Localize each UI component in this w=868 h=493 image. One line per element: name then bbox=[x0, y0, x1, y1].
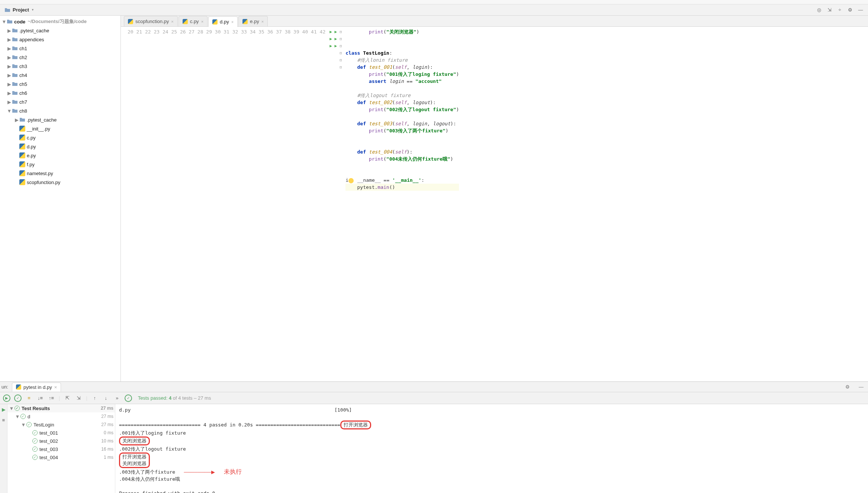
python-icon bbox=[212, 19, 218, 25]
tree-file[interactable]: f.py bbox=[0, 160, 120, 169]
test-results-header[interactable]: ▼✓Test Results27 ms bbox=[7, 404, 115, 412]
editor-tab[interactable]: c.py× bbox=[179, 16, 208, 26]
next-icon[interactable]: ↓ bbox=[102, 394, 110, 402]
tree-dir[interactable]: ▶ch3 bbox=[0, 62, 120, 71]
test-node[interactable]: ✓test_0041 ms bbox=[7, 453, 115, 461]
close-icon[interactable]: × bbox=[201, 19, 203, 24]
test-toolbar: ▶ ✓ ≡ ↓≡ ↑≡ | ⇱ ⇲ | ↑ ↓ » ✓ Tests passed… bbox=[0, 392, 868, 404]
stop-icon[interactable]: ■ bbox=[0, 416, 7, 423]
test-results-tree[interactable]: ▼✓Test Results27 ms▼✓d27 ms▼✓TestLogin27… bbox=[7, 404, 115, 493]
tree-dir[interactable]: ▶ch1 bbox=[0, 44, 120, 53]
tree-dir[interactable]: ▶ch4 bbox=[0, 71, 120, 80]
tree-dir[interactable]: ▶ch6 bbox=[0, 88, 120, 97]
tree-dir[interactable]: ▶ch2 bbox=[0, 53, 120, 62]
collapse-icon[interactable]: ÷ bbox=[837, 7, 843, 13]
close-icon[interactable]: × bbox=[54, 384, 57, 390]
minimize-icon[interactable]: — bbox=[858, 7, 864, 13]
tree-dir[interactable]: ▶appendices bbox=[0, 35, 120, 44]
expand-icon[interactable]: ⇲ bbox=[826, 7, 832, 13]
collapse-all-icon[interactable]: ⇲ bbox=[75, 394, 82, 402]
rerun-button[interactable]: ▶ bbox=[3, 394, 10, 402]
editor-tab[interactable]: d.py× bbox=[208, 16, 238, 27]
editor-tab[interactable]: e.py× bbox=[238, 16, 268, 26]
sort-desc-icon[interactable]: ↑≡ bbox=[48, 394, 55, 402]
project-label: Project bbox=[13, 7, 29, 13]
chevron-down-icon: ▼ bbox=[31, 8, 34, 12]
run-side-toolbar: ▶ ■ bbox=[0, 404, 7, 493]
tree-file[interactable]: e.py bbox=[0, 151, 120, 160]
python-icon bbox=[183, 19, 188, 24]
more-icon[interactable]: » bbox=[113, 394, 121, 402]
folder-icon bbox=[4, 7, 10, 13]
line-number-gutter: 20 21 22 23 24 25 26 27 28 29 30 31 32 3… bbox=[121, 27, 329, 381]
tree-file[interactable]: scopfunction.py bbox=[0, 178, 120, 187]
tests-status: Tests passed: 4 of 4 tests – 27 ms bbox=[138, 395, 211, 401]
test-node[interactable]: ▼✓TestLogin27 ms bbox=[7, 420, 115, 429]
tab-label: c.py bbox=[190, 19, 199, 24]
editor-tabs: scopfunction.py×c.py×d.py×e.py× bbox=[121, 16, 868, 27]
gear-icon[interactable]: ⚙ bbox=[847, 7, 853, 13]
tree-file[interactable]: c.py bbox=[0, 133, 120, 142]
target-icon[interactable]: ◎ bbox=[816, 7, 822, 13]
test-node[interactable]: ✓test_0010 ms bbox=[7, 429, 115, 437]
console-output[interactable]: d.py [100%] ============================… bbox=[115, 404, 868, 493]
tree-file[interactable]: d.py bbox=[0, 142, 120, 151]
code-content[interactable]: print("关闭浏览器") class TestLogin: #传入lonin… bbox=[344, 27, 459, 381]
status-icon: ✓ bbox=[125, 394, 132, 402]
code-editor[interactable]: 20 21 22 23 24 25 26 27 28 29 30 31 32 3… bbox=[121, 27, 868, 381]
project-tree[interactable]: ▼code~/Documents/习题集/code▶.pytest_cache▶… bbox=[0, 16, 121, 381]
test-node[interactable]: ✓test_00210 ms bbox=[7, 437, 115, 445]
run-tab-label: pytest in d.py bbox=[23, 384, 52, 390]
tree-dir-ch8[interactable]: ▼ch8 bbox=[0, 106, 120, 115]
minimize-icon[interactable]: — bbox=[854, 384, 868, 390]
breadcrumb-bar bbox=[0, 0, 868, 4]
project-toolbar: Project ▼ ◎ ⇲ ÷ ⚙ — bbox=[0, 4, 868, 16]
fold-gutter[interactable]: ⊟ ⊟ ⊟ ⊟ ⊟ ⊟ bbox=[337, 27, 344, 381]
close-icon[interactable]: × bbox=[261, 19, 264, 24]
tree-file[interactable]: nametest.py bbox=[0, 169, 120, 178]
test-node[interactable]: ▼✓d27 ms bbox=[7, 412, 115, 420]
tree-dir[interactable]: ▶.pytest_cache bbox=[0, 26, 120, 35]
close-icon[interactable]: × bbox=[231, 20, 234, 24]
expand-all-icon[interactable]: ⇱ bbox=[64, 394, 71, 402]
tree-file[interactable]: __init__.py bbox=[0, 124, 120, 133]
tree-dir[interactable]: ▶ch7 bbox=[0, 97, 120, 106]
project-selector[interactable]: Project ▼ bbox=[0, 4, 39, 15]
tree-root[interactable]: ▼code~/Documents/习题集/code bbox=[0, 17, 120, 26]
python-icon bbox=[242, 19, 248, 24]
tab-label: scopfunction.py bbox=[135, 19, 169, 24]
run-panel: un: pytest in d.py × ⚙ — ▶ ✓ ≡ ↓≡ ↑≡ | ⇱… bbox=[0, 381, 868, 493]
close-icon[interactable]: × bbox=[171, 19, 173, 24]
toggle-pass-button[interactable]: ✓ bbox=[14, 394, 22, 402]
gear-icon[interactable]: ⚙ bbox=[841, 384, 854, 390]
sort-asc-icon[interactable]: ↓≡ bbox=[36, 394, 44, 402]
tree-dir[interactable]: ▶.pytest_cache bbox=[0, 115, 120, 124]
python-icon bbox=[16, 384, 21, 390]
filter-icon[interactable]: ≡ bbox=[25, 394, 33, 402]
python-icon bbox=[128, 19, 133, 24]
tree-dir[interactable]: ▶ch5 bbox=[0, 80, 120, 88]
tab-label: d.py bbox=[220, 19, 229, 25]
editor-tab[interactable]: scopfunction.py× bbox=[124, 16, 178, 26]
test-node[interactable]: ✓test_00316 ms bbox=[7, 445, 115, 453]
run-label: un: bbox=[1, 384, 8, 390]
run-gutter[interactable]: ▶ ▶ ▶ ▶ ▶ ▶ bbox=[329, 27, 337, 381]
rerun-icon[interactable]: ▶ bbox=[0, 406, 7, 413]
prev-icon[interactable]: ↑ bbox=[91, 394, 99, 402]
tab-label: e.py bbox=[250, 19, 259, 24]
run-config-tab[interactable]: pytest in d.py × bbox=[12, 383, 61, 392]
